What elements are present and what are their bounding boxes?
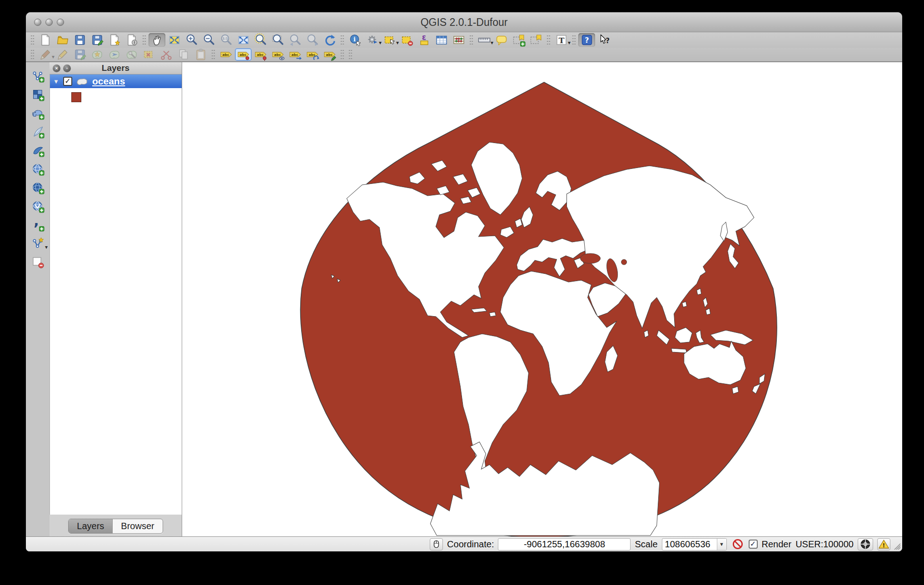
toolbar-handle[interactable] bbox=[211, 49, 215, 60]
layer-name[interactable]: oceans bbox=[92, 76, 125, 87]
new-project-icon[interactable] bbox=[37, 33, 54, 47]
svg-text:1:1: 1:1 bbox=[222, 37, 228, 40]
whats-this-icon[interactable]: ? bbox=[596, 33, 612, 47]
text-annotation-icon[interactable]: T▾ bbox=[553, 33, 570, 47]
toolbar-handle[interactable] bbox=[572, 35, 576, 45]
add-feature-icon[interactable] bbox=[89, 48, 105, 61]
polygon-layer-icon bbox=[76, 77, 88, 85]
stop-rendering-icon[interactable] bbox=[731, 537, 745, 551]
qgis-window: QGIS 2.0.1-Dufour +−1:1i▾▾ε▾T▾?? ▾abcabc… bbox=[26, 12, 902, 551]
pan-to-selection-icon[interactable] bbox=[166, 33, 183, 47]
zoom-to-selection-icon[interactable] bbox=[252, 33, 269, 47]
status-bar: Coordinate: Scale 108606536 ▼ ✓ Render U… bbox=[26, 536, 902, 551]
refresh-map-icon[interactable] bbox=[321, 33, 338, 47]
toolbar-handle[interactable] bbox=[469, 35, 473, 45]
svg-text:?: ? bbox=[606, 37, 610, 45]
composer-manager-icon[interactable] bbox=[123, 33, 140, 47]
tab-browser[interactable]: Browser bbox=[112, 519, 162, 533]
add-vector-layer-icon[interactable] bbox=[29, 68, 47, 84]
log-messages-warning-icon[interactable]: ! bbox=[877, 538, 890, 550]
toolbar-handle[interactable] bbox=[348, 49, 353, 60]
add-wms-layer-icon[interactable] bbox=[29, 161, 47, 177]
map-canvas[interactable] bbox=[182, 62, 902, 536]
dock-tabs: Layers Browser bbox=[50, 516, 182, 536]
toolbar-handle[interactable] bbox=[340, 49, 344, 60]
toolbar-handle[interactable] bbox=[340, 35, 344, 45]
new-shapefile-layer-icon[interactable]: ▾ bbox=[29, 235, 47, 251]
help-icon[interactable]: ? bbox=[578, 33, 595, 47]
save-layer-edits-icon[interactable] bbox=[71, 48, 88, 61]
pin-unpin-labels-icon[interactable]: abc bbox=[235, 48, 252, 61]
titlebar[interactable]: QGIS 2.0.1-Dufour bbox=[26, 12, 902, 32]
toolbar-handle[interactable] bbox=[30, 49, 35, 60]
layer-row-oceans[interactable]: ▼ ✓ oceans bbox=[50, 74, 182, 88]
toolbar-handle[interactable] bbox=[30, 35, 35, 45]
rotate-label-icon[interactable]: abc bbox=[304, 48, 321, 61]
remove-layer-icon[interactable] bbox=[29, 254, 47, 270]
toolbar-handle[interactable] bbox=[142, 35, 146, 45]
toolbar-handle[interactable] bbox=[546, 35, 551, 45]
add-raster-layer-icon[interactable] bbox=[29, 86, 47, 102]
move-feature-icon[interactable] bbox=[106, 48, 123, 61]
delete-selected-icon[interactable] bbox=[140, 48, 157, 61]
float-panel-icon[interactable]: ▫ bbox=[63, 64, 71, 72]
save-project-icon[interactable] bbox=[71, 33, 88, 47]
tab-layers[interactable]: Layers bbox=[69, 519, 112, 533]
svg-text:abc: abc bbox=[239, 53, 246, 57]
deselect-features-icon[interactable] bbox=[398, 33, 415, 47]
layer-visibility-checkbox[interactable]: ✓ bbox=[63, 77, 72, 86]
add-postgis-layer-icon[interactable] bbox=[29, 105, 47, 121]
crs-status-icon[interactable] bbox=[858, 538, 873, 550]
mouse-position-icon[interactable] bbox=[430, 538, 443, 550]
select-features-icon[interactable]: ▾ bbox=[381, 33, 398, 47]
labeling-icon[interactable]: abc bbox=[218, 48, 234, 61]
crs-status-text: USER:100000 bbox=[795, 539, 854, 550]
show-hide-labels-icon[interactable]: abc bbox=[252, 48, 269, 61]
add-wfs-layer-icon[interactable] bbox=[29, 198, 47, 214]
zoom-next-icon[interactable] bbox=[304, 33, 321, 47]
open-attribute-table-icon[interactable] bbox=[433, 33, 450, 47]
toggle-editing-icon[interactable] bbox=[54, 48, 71, 61]
zoom-in-icon[interactable]: + bbox=[183, 33, 200, 47]
identify-features-icon[interactable]: i bbox=[347, 33, 363, 47]
coordinate-input[interactable] bbox=[498, 538, 631, 550]
chevron-down-icon[interactable]: ▼ bbox=[717, 539, 726, 550]
zoom-full-extent-icon[interactable] bbox=[235, 33, 252, 47]
disclosure-triangle-icon[interactable]: ▼ bbox=[53, 78, 59, 85]
resize-grip[interactable] bbox=[892, 541, 901, 550]
open-project-icon[interactable] bbox=[54, 33, 71, 47]
add-spatialite-layer-icon[interactable] bbox=[29, 124, 47, 139]
zoom-to-layer-icon[interactable] bbox=[269, 33, 286, 47]
render-checkbox[interactable]: ✓ bbox=[749, 540, 758, 549]
run-feature-action-icon[interactable]: ▾ bbox=[364, 33, 381, 47]
move-label-icon[interactable]: abc bbox=[287, 48, 303, 61]
cut-features-icon[interactable] bbox=[158, 48, 174, 61]
add-wcs-layer-icon[interactable] bbox=[29, 179, 47, 195]
zoom-actual-size-icon[interactable]: 1:1 bbox=[218, 33, 234, 47]
zoom-out-icon[interactable]: − bbox=[200, 33, 217, 47]
field-calculator-icon[interactable] bbox=[450, 33, 467, 47]
paste-features-icon[interactable] bbox=[192, 48, 209, 61]
pan-map-icon[interactable] bbox=[149, 33, 165, 47]
map-tips-icon[interactable] bbox=[493, 33, 510, 47]
change-label-properties-icon[interactable]: abc bbox=[321, 48, 338, 61]
zoom-last-icon[interactable] bbox=[287, 33, 303, 47]
scale-value[interactable]: 108606536 bbox=[662, 539, 717, 550]
current-edits-icon[interactable]: ▾ bbox=[37, 48, 54, 61]
measure-icon[interactable]: ▾ bbox=[476, 33, 492, 47]
add-delimited-text-layer-icon[interactable]: , bbox=[29, 217, 47, 233]
copy-features-icon[interactable] bbox=[175, 48, 192, 61]
layers-panel-header[interactable]: × ▫ Layers bbox=[50, 62, 182, 74]
save-project-as-icon[interactable] bbox=[89, 33, 105, 47]
layer-tree[interactable]: ▼ ✓ oceans bbox=[50, 74, 182, 515]
new-print-composer-icon[interactable] bbox=[106, 33, 123, 47]
scale-combo[interactable]: 108606536 ▼ bbox=[662, 538, 727, 550]
layer-symbology-swatch[interactable] bbox=[71, 92, 81, 102]
node-tool-icon[interactable] bbox=[123, 48, 140, 61]
highlight-pinned-labels-icon[interactable]: abc bbox=[269, 48, 286, 61]
show-bookmarks-icon[interactable] bbox=[527, 33, 544, 47]
close-panel-icon[interactable]: × bbox=[53, 64, 60, 72]
add-oracle-layer-icon[interactable] bbox=[29, 142, 47, 158]
new-bookmark-icon[interactable] bbox=[510, 33, 527, 47]
select-by-expression-icon[interactable]: ε bbox=[416, 33, 432, 47]
